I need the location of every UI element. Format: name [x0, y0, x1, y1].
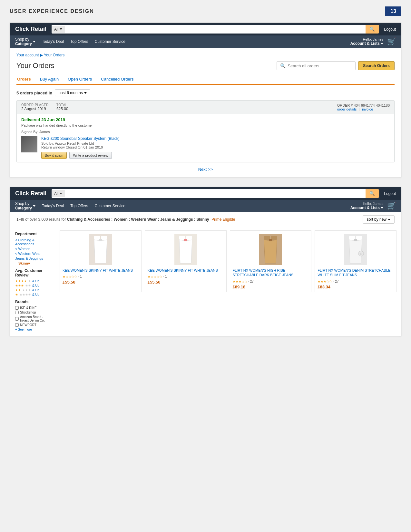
logo-2[interactable]: Click Retail [15, 190, 46, 197]
tab-orders[interactable]: Orders [16, 75, 32, 85]
orders-search-input[interactable] [288, 63, 352, 68]
write-review-button[interactable]: Write a product review [69, 152, 112, 159]
star-row-2[interactable]: ★★★★★ & Up [15, 288, 50, 292]
product-price-1: £55.50 [148, 280, 224, 285]
search-bar-1: All 🔍 [52, 25, 379, 34]
brand-shockshop[interactable]: Shockshop [15, 311, 50, 314]
results-breadcrumb: Clothing & Accessories : Women : Western… [67, 217, 209, 222]
orders-search-form: 🔍 Search Orders [277, 61, 395, 70]
sub-navbar-2: Shop by Category Today's Deal Top Offers… [10, 200, 401, 212]
product-reviews-0: · 1 [78, 275, 82, 278]
star-row-3[interactable]: ★★★★★ & Up [15, 284, 50, 287]
sidebar-item-clothing[interactable]: < Clothing & Accessories [15, 238, 50, 246]
product-price-2: £89.18 [233, 285, 309, 289]
stars-4: ★★★★ [15, 279, 27, 283]
time-filter-button[interactable]: past 6 months [55, 89, 90, 96]
stars-3-empty: ★★ [25, 284, 31, 287]
svg-rect-3 [99, 239, 102, 241]
brand-newport[interactable]: NEWPORT [15, 323, 50, 327]
sidebar-item-women[interactable]: < Women [15, 247, 50, 251]
brand-amazon-inkast[interactable]: Amazon Brand - Inkast Denim Co. [15, 315, 50, 322]
cart-icon-1[interactable]: 🛒 [387, 37, 396, 46]
category-caret-1 [33, 41, 35, 43]
buy-it-again-button[interactable]: Buy it again [41, 152, 67, 159]
breadcrumb-account-link[interactable]: Your account [16, 53, 39, 57]
orders-filter-row: 5 orders placed in past 6 months [16, 89, 395, 96]
logout-btn-2[interactable]: Logout [384, 191, 396, 196]
cart-icon-2[interactable]: 🛒 [387, 202, 396, 210]
nav-link-deals-1[interactable]: Today's Deal [42, 39, 64, 44]
logout-btn-1[interactable]: Logout [384, 27, 396, 32]
logo-1[interactable]: Click Retail [15, 26, 46, 33]
account-info-2[interactable]: Hello, James Account & Lists [350, 202, 383, 210]
brand-shockshop-label: Shockshop [20, 311, 36, 314]
order-tabs: Orders Buy Again Open Orders Cancelled O… [16, 75, 395, 85]
navbar-2: Click Retail All 🔍 Logout [10, 187, 401, 200]
category-caret-2 [33, 205, 35, 207]
search-orders-button[interactable]: Search Orders [358, 61, 395, 70]
invoice-link[interactable]: invoice [362, 107, 373, 111]
brand-amazon-inkast-checkbox[interactable] [15, 317, 19, 321]
nav-link-offers-2[interactable]: Top Offers [70, 204, 88, 208]
account-caret-2 [381, 207, 383, 209]
brand-amazon-inkast-label: Amazon Brand - Inkast Denim Co. [20, 315, 50, 322]
tab-cancelled[interactable]: Cancelled Orders [100, 75, 134, 85]
orders-header: Your Orders 🔍 Search Orders [16, 61, 395, 70]
orders-title: Your Orders [16, 62, 54, 70]
star-row-1[interactable]: ★★★★★ & Up [15, 293, 50, 296]
nav-link-service-1[interactable]: Customer Service [94, 39, 125, 44]
product-img-wrap-0 [63, 233, 139, 266]
sort-by-button[interactable]: sort by new [363, 215, 395, 224]
shop-by-category-2[interactable]: Shop by Category [15, 201, 35, 210]
search-input-2[interactable] [65, 190, 366, 197]
brand-ike-dike-checkbox[interactable] [15, 306, 19, 310]
product-card-2[interactable]: FLIRT NX Women's High Rise Stretchable D… [230, 230, 312, 292]
brand-shockshop-checkbox[interactable] [15, 311, 19, 314]
search-icon-1: 🔍 [369, 27, 375, 32]
tab-buy-again[interactable]: Buy Again [39, 75, 60, 85]
search-button-1[interactable]: 🔍 [366, 25, 379, 34]
navbar-right-2: Logout [384, 191, 396, 196]
sidebar-item-jeans[interactable]: Jeans & Jeggings [15, 256, 50, 260]
sidebar-item-skinny[interactable]: Skinny [15, 261, 50, 265]
product-card-3[interactable]: ○ FLIRT NX Women's Denim Stretchable Whi… [315, 230, 396, 292]
brand-ike-dike[interactable]: IKE & DIKE [15, 306, 50, 310]
products-grid: KEE WOMEN'S SKINNY FIT WHITE JEANS ★☆☆☆☆… [60, 230, 396, 292]
order-details-link[interactable]: order details [337, 107, 357, 111]
star-label-3: & Up [32, 284, 39, 287]
product-card-0[interactable]: KEE WOMEN'S SKINNY FIT WHITE JEANS ★☆☆☆☆… [60, 230, 142, 292]
star-row-4[interactable]: ★★★★★ & Up [15, 279, 50, 283]
order-placed-date: 2 August 2019 [21, 107, 49, 111]
product-card-1[interactable]: KEE WOMEN'S SKINNY FIT WHITE JEANS ★☆☆☆☆… [145, 230, 227, 292]
prime-badge: Prime Eligible [211, 217, 235, 222]
tab-open-orders[interactable]: Open Orders [67, 75, 93, 85]
sidebar-item-western[interactable]: < Western Wear [15, 252, 50, 256]
nav-link-service-2[interactable]: Customer Service [94, 204, 125, 208]
shop-by-label-1: Shop by Category [15, 37, 32, 46]
nav-link-deals-2[interactable]: Today's Deal [42, 204, 64, 208]
orders-search-icon: 🔍 [280, 63, 286, 68]
sidebar: Department < Clothing & Accessories < Wo… [10, 227, 55, 336]
search-button-2[interactable]: 🔍 [366, 189, 379, 198]
see-more-brands[interactable]: + See more [15, 328, 50, 331]
product-reviews-1: · 1 [163, 275, 167, 278]
account-info-1[interactable]: Hello, James Account & Lists [350, 37, 383, 46]
sub-navbar-right-2: Hello, James Account & Lists 🛒 [350, 202, 396, 210]
breadcrumb-current: Your Orders [44, 53, 64, 57]
product-price-3: £83.34 [318, 285, 394, 289]
search-category-1[interactable]: All [52, 26, 65, 33]
order-item-name[interactable]: KEG £200 Soundbar Speaker System (Black) [41, 136, 390, 141]
search-category-2[interactable]: All [52, 190, 65, 197]
product-image-1 [174, 234, 197, 265]
sort-caret [388, 219, 390, 220]
results-count-text: 1-48 of over 3,000 results for [16, 217, 66, 222]
nav-link-offers-1[interactable]: Top Offers [70, 39, 88, 44]
order-item-row: KEG £200 Soundbar Speaker System (Black)… [21, 136, 390, 159]
shop-by-category-1[interactable]: Shop by Category [15, 37, 35, 46]
order-card-header: ORDER PLACED 2 August 2019 TOTAL £25.00 … [17, 101, 394, 114]
product-stars-0: ★☆☆☆☆ · 1 [63, 274, 139, 279]
next-link[interactable]: Next >> [16, 167, 395, 172]
brand-newport-checkbox[interactable] [15, 323, 19, 327]
search-input-1[interactable] [65, 25, 366, 33]
sort-by-label: sort by new [367, 217, 387, 222]
